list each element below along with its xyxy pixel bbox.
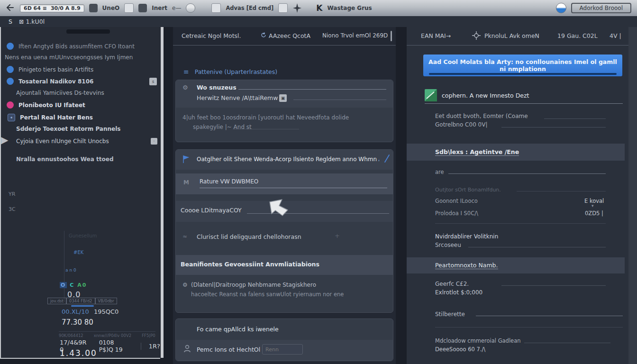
pink-dot-icon: [7, 101, 14, 109]
field-are-label[interactable]: are: [435, 169, 444, 175]
readout-small-1: 90K/064412: [59, 333, 83, 338]
profile-card: ⚙ Wo snuzeus Herwitz Nenve /A\ttaiRemw ▣…: [175, 80, 393, 142]
section-band-2[interactable]: Peartomnoxto Namb.: [407, 257, 625, 273]
tool-cluster-a[interactable]: 6D 64 ≡: [24, 5, 47, 11]
vendor-field2-label: Coooe LDitmayaCOY: [181, 207, 242, 214]
window-right-edge: [628, 27, 637, 364]
edit-pencil-icon[interactable]: [383, 154, 390, 165]
sidebar-scroll-thumb[interactable]: [66, 29, 110, 34]
divider: [435, 223, 606, 224]
main-header: Cetreaic Ngol Motsl. AAzeec QcotA Niono …: [173, 27, 396, 46]
underline: [468, 247, 606, 247]
main-panel: Cetreaic Ngol Motsl. AAzeec QcotA Niono …: [173, 27, 396, 364]
vendor-body-1: (Dlatenl|Draitroogp Nehbmame Stagiskhero: [191, 282, 316, 288]
record-circle-icon[interactable]: [186, 3, 195, 13]
detail-block3-line1: Geerfc C£2.: [435, 281, 469, 287]
promo-banner[interactable]: Aad Cool Molats bla Arty: no conllounain…: [423, 55, 622, 76]
undo-icon[interactable]: [89, 4, 98, 12]
segment-1[interactable]: jov.dst: [47, 298, 66, 304]
chevron-down-icon[interactable]: ▾: [592, 203, 594, 208]
sidebar-item[interactable]: Plonibeoto IU Ifateet: [7, 101, 85, 109]
right-header-item-1[interactable]: EAN MAI→: [421, 32, 451, 39]
chart-axis-line: [64, 231, 64, 302]
readout-value-white: 195QC0: [94, 308, 118, 315]
browser-button[interactable]: Adorkod Broool: [571, 3, 631, 13]
sidebar-scrollbar[interactable]: [161, 27, 164, 358]
sidebar-item[interactable]: Cyjoia Even nlUnge Chilt Unocbs: [16, 138, 109, 145]
row2-value: 0ZD5 |: [585, 210, 603, 217]
globe-icon[interactable]: [556, 3, 566, 13]
right-header-item-3[interactable]: 19 Gau. C02L: [557, 32, 598, 39]
section-band-2-label: Peartomnoxto Namb.: [435, 262, 498, 269]
sidebar-item[interactable]: Pinigeto tiers basin Artifits: [7, 66, 93, 73]
detail-block3-line2: Exlrotlot $:0;000: [435, 289, 482, 296]
vendor-input-value[interactable]: Rature VW DWBMEO: [200, 178, 258, 185]
small-panel-icon[interactable]: [278, 3, 288, 13]
sidebar-item-label: Tosateral Nadikov 8106: [18, 78, 93, 85]
right-header-item-2[interactable]: PknoluL Avk omeN: [484, 32, 539, 39]
flag-icon: [182, 155, 189, 165]
weather-section-label: Nralla ennustoohos Wea ttoed: [16, 156, 113, 163]
sidebar-item[interactable]: Sdderjo Toexoet Retorm Pannels: [16, 126, 120, 132]
sidebar-item[interactable]: Tosateral Nadikov 8106: [7, 78, 93, 85]
compass-star-icon[interactable]: [292, 3, 302, 13]
crosshair-icon[interactable]: [472, 31, 481, 42]
row3-leading-icon: ≈: [182, 233, 187, 240]
segment-3[interactable]: VB/0dbr: [95, 298, 117, 304]
blue-dot-icon: [7, 78, 14, 85]
sidebar-item-mini-button[interactable]: ·: [151, 138, 157, 145]
tool-cluster-b[interactable]: 30/0 A 8.9: [51, 5, 81, 11]
profile-badge-icon[interactable]: ▣: [279, 94, 287, 102]
refresh-icon[interactable]: [138, 4, 147, 12]
readout-clock-value: 1.43.00: [60, 348, 97, 358]
bottom-row-input[interactable]: [262, 344, 303, 355]
right-header-item-4[interactable]: 4V |: [610, 32, 621, 39]
insert-extra-label: e—: [172, 5, 181, 11]
app-window: 6D 64 ≡ 30/0 A 8.9 UneO Inert e— Advas […: [0, 0, 637, 364]
paste-icon[interactable]: [124, 3, 134, 13]
row1-label: Goonont ILooco: [435, 198, 478, 204]
tab-1[interactable]: Cetreaic Ngol Motsl.: [182, 32, 241, 39]
list-icon: ≡: [183, 68, 189, 75]
sidebar-item[interactable]: Ajountali Yamiciives Ds-tevvins: [16, 90, 104, 96]
play-arrow-icon[interactable]: ▶: [1, 134, 8, 146]
undo-label[interactable]: UneO: [102, 5, 120, 11]
status-bar: S ⊠ 1.kU0l: [0, 16, 637, 27]
header-slider-handle[interactable]: [391, 31, 392, 41]
sidebar-item-label: Iften Angtyd Bids assumfitem CFO Itoant: [18, 43, 135, 50]
sidebar-item[interactable]: Iften Angtyd Bids assumfitem CFO Itoant: [7, 43, 135, 50]
plus-icon[interactable]: +: [335, 232, 340, 239]
readout-segmented-control: jov.dst 0344 FB/d2 VB/0dbr: [47, 298, 117, 304]
sidebar-item-badge-button[interactable]: s: [149, 78, 157, 85]
tab-2[interactable]: AAzeec QcotA: [269, 32, 310, 39]
axis-label-3c: 3C: [9, 206, 16, 212]
format-tools-cluster[interactable]: 6D 64 ≡ 30/0 A 8.9: [20, 4, 84, 12]
section-band-1[interactable]: Sdb\lexs : Agetintve /Ene: [407, 144, 625, 161]
vendor-row3-label: Clurisct lid deligquard chellohorasn: [197, 233, 301, 240]
underline: [233, 129, 299, 129]
insert-label[interactable]: Inert: [152, 5, 167, 11]
segment-2[interactable]: 0344 FB/d2: [66, 298, 95, 304]
row1-value[interactable]: E koval: [584, 198, 604, 204]
profile-title: Wo snuzeus: [197, 84, 237, 91]
vendor-row3[interactable]: ≈ Clurisct lid deligquard chellohorasn +: [176, 229, 393, 247]
vendor-body-2: hacoeltec Reanst na falens sanwUlot ryie…: [191, 291, 344, 298]
back-arrow-icon[interactable]: [6, 3, 15, 13]
link-row[interactable]: ≡ Pattenive (Uparterlrastates): [183, 68, 277, 75]
tab-3[interactable]: Niono Trvol emOl 269D: [322, 32, 388, 39]
bottom-card: Fo came qpAllcd ks iwenele Pemc Ions ot …: [175, 318, 393, 361]
announcement-row[interactable]: cophern. A new Imnesto Dezt: [425, 89, 529, 101]
chart-faint-label: Gunesellum: [69, 233, 97, 238]
sidebar-item-label: Cyjoia Even nlUnge Chilt Unocbs: [16, 138, 109, 145]
sidebar-item[interactable]: Nens ena uena mUUnvcseongsses Iym Ijmen: [5, 54, 133, 61]
portal-badge-icon: ✦: [8, 114, 15, 121]
vendor-input-row[interactable]: M Rature VW DWBMEO: [176, 173, 393, 194]
sidebar-item[interactable]: ✦ Pertal Real Hater Bens: [8, 114, 93, 121]
field-faint-label[interactable]: Outjtor sOrt Bonamlfdun.: [435, 187, 501, 193]
advanced-label[interactable]: Advas [Ed cmd]: [226, 5, 273, 11]
underline: [435, 327, 623, 328]
bottom-card-row[interactable]: Pemc Ions ot HechtOl: [176, 340, 393, 361]
field-stilberette-label[interactable]: Stilberette: [435, 311, 465, 318]
advanced-icon[interactable]: [211, 3, 221, 13]
vendor-subheader-row: Beanifiontes Gevoessiint Anvmliatiabions: [176, 255, 393, 275]
